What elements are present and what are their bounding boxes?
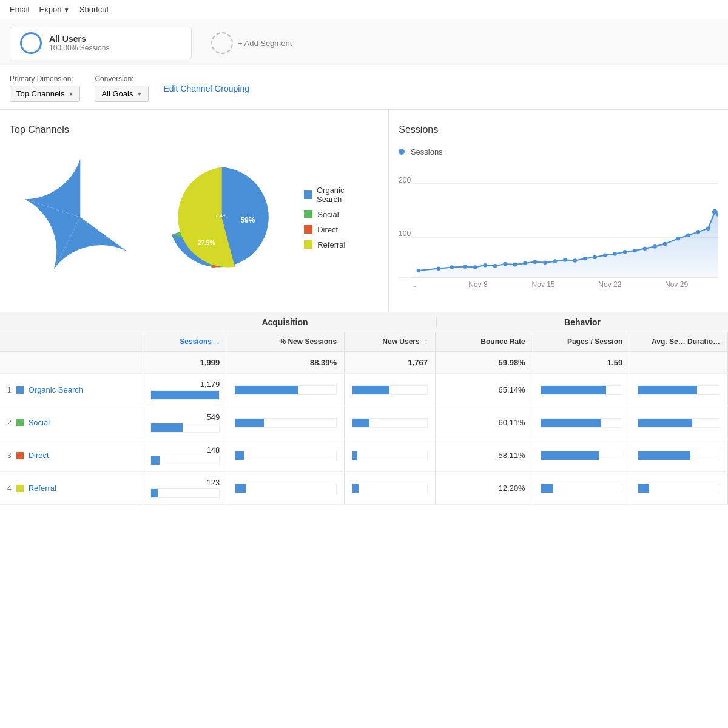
behavior-group-label: Behavior [437,317,728,327]
svg-point-30 [643,246,647,251]
sessions-dot-text: Sessions [411,147,443,157]
sessions-bar [150,423,220,433]
avg-session-header[interactable]: Avg. Se… Duratio… [630,332,728,351]
svg-point-15 [493,264,497,268]
svg-point-14 [484,263,488,268]
pct-new-sessions-bar [235,484,337,493]
all-users-segment[interactable]: All Users 100.00% Sessions [10,27,192,59]
svg-point-9 [417,269,421,273]
svg-point-25 [593,255,598,260]
bounce-rate-header[interactable]: Bounce Rate [436,332,533,351]
sessions-bar-fill [151,423,183,432]
svg-point-33 [676,237,681,241]
pct-new-sessions-bar-fill [235,451,243,460]
totals-label [0,351,143,374]
channels-table: Sessions ↓ % New Sessions New Users ↕ Bo… [0,332,728,505]
bounce-rate-cell: 60.11% [436,406,533,439]
sessions-svg: 200 100 [399,164,718,297]
acquisition-group-label: Acquisition [133,317,437,327]
channel-header[interactable] [0,332,143,351]
sessions-header[interactable]: Sessions ↓ [143,332,228,351]
pct-new-sessions-bar [235,385,337,395]
row-number: 3 [7,451,12,460]
top-channels-dropdown[interactable]: Top Channels [10,86,80,102]
svg-point-31 [653,244,657,249]
pages-session-bar-fill [541,419,601,427]
pct-new-sessions-header[interactable]: % New Sessions [228,332,345,351]
shortcut-button[interactable]: Shortcut [79,5,109,14]
new-users-bar [352,418,428,428]
svg-point-22 [563,258,567,262]
svg-point-35 [696,230,701,234]
svg-point-26 [603,253,607,257]
pages-session-bar [541,418,623,428]
channel-link[interactable]: Referral [29,484,56,493]
sessions-bar [150,488,220,498]
row-number: 2 [7,419,12,427]
add-segment-button[interactable]: + Add Segment [201,27,302,59]
acquisition-label: Acquisition [261,317,308,327]
svg-point-32 [663,242,667,246]
pct-new-sessions-cell [228,374,345,406]
sessions-cell: 123 [143,472,228,505]
row-number: 4 [7,484,12,493]
channel-color-icon [16,485,24,492]
svg-point-20 [543,261,547,265]
table-row: 3 Direct 148 58.11% [0,439,728,472]
sessions-dot-icon [399,149,405,155]
channel-cell: 2 Social [0,406,143,439]
legend-item: Social [304,210,366,219]
new-users-header[interactable]: New Users ↕ [345,332,436,351]
avg-session-bar [638,451,720,460]
all-goals-dropdown[interactable]: All Goals [95,86,149,102]
new-users-bar-fill [352,419,369,427]
avg-session-cell [630,439,728,472]
channel-cell: 1 Organic Search [0,374,143,406]
pct-new-sessions-cell [228,472,345,505]
avg-session-bar-fill [638,484,649,493]
svg-point-21 [553,259,558,263]
top-channels-panel: Top Channels 59 [0,110,389,312]
channel-link[interactable]: Direct [29,451,49,460]
new-users-bar-fill [352,484,359,493]
sessions-cell: 148 [143,439,228,472]
email-button[interactable]: Email [10,5,30,14]
total-sessions: 1,999 [143,351,228,374]
pages-session-cell [533,406,630,439]
table-header-row: Sessions ↓ % New Sessions New Users ↕ Bo… [0,332,728,351]
pages-session-header[interactable]: Pages / Session [533,332,630,351]
behavior-label: Behavior [564,317,601,327]
add-segment-label: + Add Segment [238,39,292,48]
channel-link[interactable]: Organic Search [29,385,83,394]
legend-item: Organic Search [304,186,366,204]
avg-session-bar [638,385,720,395]
svg-point-12 [463,265,468,269]
segment-sessions: 100.00% Sessions [49,44,109,52]
legend-item: Referral [304,240,366,249]
avg-session-bar [638,418,720,428]
avg-session-cell [630,406,728,439]
sessions-cell: 549 [143,406,228,439]
sessions-bar-fill [151,489,158,497]
sessions-chart: 200 100 [399,164,718,297]
export-button[interactable]: Export [39,5,70,14]
table-row: 4 Referral 123 12.20% [0,472,728,505]
sessions-cell: 1,179 [143,374,228,406]
pages-session-cell [533,374,630,406]
main-charts: Top Channels 59 [0,110,728,312]
svg-point-16 [504,262,508,266]
new-users-bar [352,484,428,493]
avg-session-bar-fill [638,419,692,427]
avg-session-cell [630,374,728,406]
svg-point-29 [633,249,638,253]
pct-new-sessions-bar [235,451,337,460]
svg-text:Nov 8: Nov 8 [468,280,488,289]
pie-area: 59% 27.5% 7.4% Organic Search Social Dir… [10,147,379,287]
svg-point-11 [450,265,454,269]
svg-text:Nov 15: Nov 15 [532,280,556,289]
pages-session-bar [541,385,623,395]
legend-organic-search: Organic Search [317,186,366,204]
totals-row: 1,999 88.39% 1,767 59.98% 1.59 [0,351,728,374]
channel-link[interactable]: Social [29,418,50,427]
edit-channel-grouping-link[interactable]: Edit Channel Grouping [163,84,249,93]
